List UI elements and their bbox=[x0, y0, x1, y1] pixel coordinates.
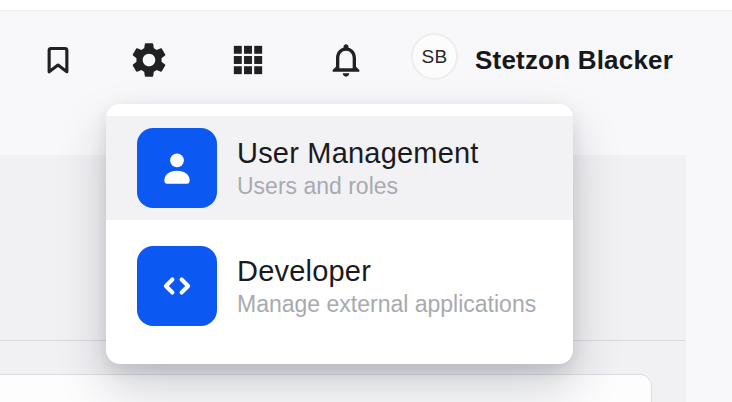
menu-item-text: Developer Manage external applications bbox=[237, 254, 536, 318]
apps-grid-icon bbox=[231, 43, 265, 77]
notifications-bell-icon bbox=[326, 40, 366, 80]
settings-gear-icon bbox=[128, 39, 170, 81]
window-top-strip bbox=[0, 0, 732, 11]
content-card bbox=[0, 374, 652, 402]
settings-button[interactable] bbox=[128, 39, 170, 81]
bookmark-icon bbox=[41, 43, 75, 77]
menu-item-subtitle: Manage external applications bbox=[237, 290, 536, 318]
notifications-button[interactable] bbox=[326, 40, 366, 80]
menu-item-title: User Management bbox=[237, 136, 479, 170]
person-icon bbox=[137, 128, 217, 208]
menu-item-user-management[interactable]: User Management Users and roles bbox=[106, 116, 573, 220]
menu-item-subtitle: Users and roles bbox=[237, 172, 479, 200]
apps-button[interactable] bbox=[231, 43, 265, 77]
bookmark-button[interactable] bbox=[41, 43, 75, 77]
menu-item-text: User Management Users and roles bbox=[237, 136, 479, 200]
screen: SB Stetzon Blacker User Management Users… bbox=[0, 0, 732, 402]
menu-item-developer[interactable]: Developer Manage external applications bbox=[106, 234, 573, 338]
user-avatar[interactable]: SB bbox=[411, 33, 458, 80]
user-name[interactable]: Stetzon Blacker bbox=[475, 45, 673, 76]
menu-item-title: Developer bbox=[237, 254, 536, 288]
settings-dropdown-menu: User Management Users and roles Develope… bbox=[106, 104, 573, 364]
code-icon bbox=[137, 246, 217, 326]
